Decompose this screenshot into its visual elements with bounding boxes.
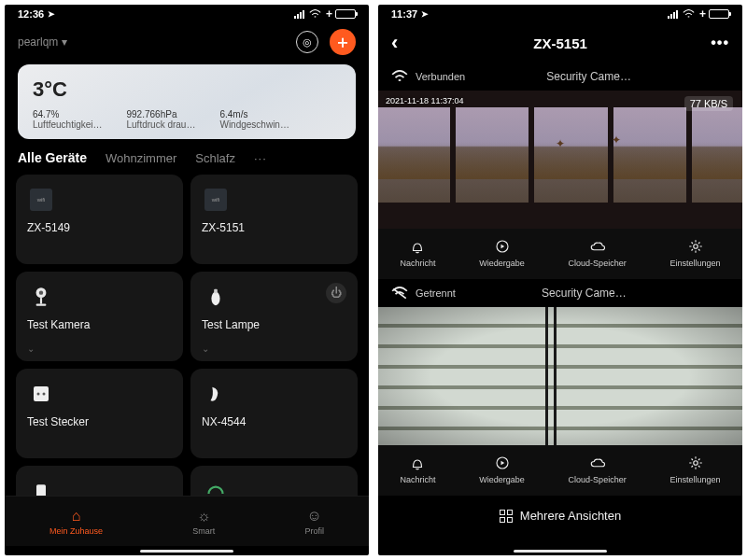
home-indicator[interactable]: [378, 546, 742, 555]
device-name: Test Lampe: [202, 318, 346, 331]
device-tile-test-lampe[interactable]: Test Lampe ⌄ ⏻: [190, 272, 358, 361]
tab-home[interactable]: ⌂ Mein Zuhause: [49, 508, 103, 536]
wifi-icon: [683, 9, 695, 19]
battery-icon: [709, 9, 729, 19]
device-tile-test-kamera[interactable]: Test Kamera ⌄: [16, 272, 183, 361]
action-label: Einstellungen: [669, 259, 720, 268]
gateway-icon: wifi: [27, 186, 55, 214]
svg-rect-9: [36, 484, 46, 496]
wifi-disconnected-icon: [391, 285, 408, 301]
device-tile-test-stecker[interactable]: Test Stecker: [16, 369, 183, 458]
left-phone-screen: 12:36 ➤ + pearlqm ▾ ◎ ＋ 3°C 64.7% Luftfe…: [5, 5, 369, 555]
tab-more[interactable]: ···: [254, 151, 267, 165]
svg-point-11: [693, 245, 698, 249]
multi-view-button[interactable]: Mehrere Ansichten: [378, 496, 742, 536]
camera-name[interactable]: Security Came…: [463, 287, 705, 300]
device-name: ZX-5151: [202, 221, 346, 234]
action-wiedergabe[interactable]: Wiedergabe: [479, 455, 525, 484]
multi-view-label: Mehrere Ansichten: [520, 509, 621, 523]
home-header: pearlqm ▾ ◎ ＋: [5, 23, 369, 64]
connection-status: Getrennt: [416, 287, 456, 299]
device-tile-zx5149[interactable]: wifi ZX-5149: [16, 175, 183, 264]
svg-rect-5: [214, 289, 218, 294]
cloud-icon: [589, 238, 606, 255]
bitrate-badge: 77 KB/S: [684, 96, 733, 111]
action-label: Nachricht: [400, 259, 435, 268]
pressure-value: 992.766hPa: [127, 109, 196, 119]
tab-all-devices[interactable]: Alle Geräte: [18, 150, 87, 165]
weather-card[interactable]: 3°C 64.7% Luftfeuchtigkei… 992.766hPa Lu…: [18, 64, 356, 139]
page-title: ZX-5151: [410, 35, 711, 51]
account-name: pearlqm: [18, 35, 58, 49]
device-tile-partial[interactable]: [16, 466, 183, 496]
device-name: ZX-5149: [27, 221, 172, 234]
tab-wohnzimmer[interactable]: Wohnzimmer: [106, 151, 176, 165]
action-cloud[interactable]: Cloud-Speicher: [569, 238, 627, 268]
action-einstellungen[interactable]: Einstellungen: [669, 455, 720, 484]
video-preview[interactable]: ✦ ✦ 2021-11-18 11:37:04 77 KB/S: [378, 91, 742, 229]
device-tile-zx5151[interactable]: wifi ZX-5151: [190, 175, 358, 264]
chevron-down-icon: ⌄: [202, 343, 209, 354]
more-menu-button[interactable]: •••: [711, 35, 729, 51]
video-timestamp: 2021-11-18 11:37:04: [386, 96, 464, 105]
power-button[interactable]: ⏻: [326, 283, 346, 303]
camera-actions: Nachricht Wiedergabe Cloud-Speicher Eins…: [378, 445, 742, 496]
bottom-tab-bar: ⌂ Mein Zuhause ☼ Smart ☺ Profil: [5, 496, 369, 546]
status-time: 11:37: [391, 8, 417, 20]
tab-smart[interactable]: ☼ Smart: [192, 508, 215, 536]
action-label: Wiedergabe: [479, 475, 525, 484]
device-icon: [202, 477, 230, 496]
cloud-icon: [589, 455, 606, 471]
profile-icon: ☺: [306, 508, 321, 525]
bulb-icon: [202, 283, 230, 311]
action-einstellungen[interactable]: Einstellungen: [669, 238, 720, 268]
camera-feed-2: Getrennt Security Came… Nachricht Wieder…: [378, 279, 742, 496]
playback-icon: [494, 238, 511, 255]
plug-icon: [27, 380, 55, 408]
temperature-value: 3°C: [33, 77, 341, 102]
svg-rect-2: [40, 298, 42, 304]
device-icon: [27, 477, 55, 496]
gear-icon: [687, 238, 704, 255]
wind-label: Windgeschwin…: [219, 119, 289, 130]
action-nachricht[interactable]: Nachricht: [400, 455, 435, 484]
camera-feed-1: Verbunden Security Came… ✦ ✦ 2021-11-18 …: [378, 63, 742, 279]
tab-label: Smart: [192, 526, 215, 536]
action-wiedergabe[interactable]: Wiedergabe: [479, 238, 525, 268]
add-device-button[interactable]: ＋: [330, 29, 356, 55]
humidity-value: 64.7%: [33, 109, 103, 119]
playback-icon: [494, 455, 511, 471]
right-phone-screen: 11:37 ➤ + ‹ ZX-5151 ••• Verbunden Securi…: [378, 5, 742, 555]
tab-schlafzimmer[interactable]: Schlafz: [195, 151, 235, 165]
grid-icon: [500, 510, 513, 523]
device-tile-partial[interactable]: [190, 466, 358, 496]
gateway-icon: wifi: [202, 186, 230, 214]
tab-profile[interactable]: ☺ Profil: [304, 508, 324, 536]
account-dropdown[interactable]: pearlqm ▾: [18, 35, 67, 49]
smart-icon: ☼: [197, 508, 211, 525]
device-grid: wifi ZX-5149 wifi ZX-5151 Test Kamera ⌄ …: [5, 175, 369, 496]
action-nachricht[interactable]: Nachricht: [400, 238, 435, 268]
pressure-label: Luftdruck drau…: [127, 119, 196, 130]
chevron-down-icon: ▾: [62, 35, 67, 49]
gear-icon: [687, 455, 704, 471]
chevron-down-icon: ⌄: [27, 343, 35, 354]
location-icon: ➤: [48, 9, 55, 19]
back-button[interactable]: ‹: [391, 31, 410, 55]
svg-point-13: [693, 461, 698, 466]
action-cloud[interactable]: Cloud-Speicher: [569, 455, 627, 484]
camera-name[interactable]: Security Came…: [472, 70, 705, 83]
action-label: Cloud-Speicher: [569, 475, 627, 484]
humidity-label: Luftfeuchtigkei…: [33, 119, 103, 130]
home-indicator[interactable]: [5, 546, 369, 555]
wifi-icon: [309, 9, 321, 19]
action-label: Einstellungen: [669, 475, 720, 484]
device-tile-nx4544[interactable]: NX-4544: [190, 369, 358, 458]
battery-plus-icon: +: [699, 7, 706, 21]
camera-header: ‹ ZX-5151 •••: [378, 23, 742, 63]
action-label: Nachricht: [400, 475, 435, 484]
voice-assist-icon[interactable]: ◎: [296, 31, 318, 53]
svg-rect-3: [36, 304, 47, 306]
cellular-signal-icon: [294, 9, 304, 19]
video-preview[interactable]: [378, 307, 742, 445]
